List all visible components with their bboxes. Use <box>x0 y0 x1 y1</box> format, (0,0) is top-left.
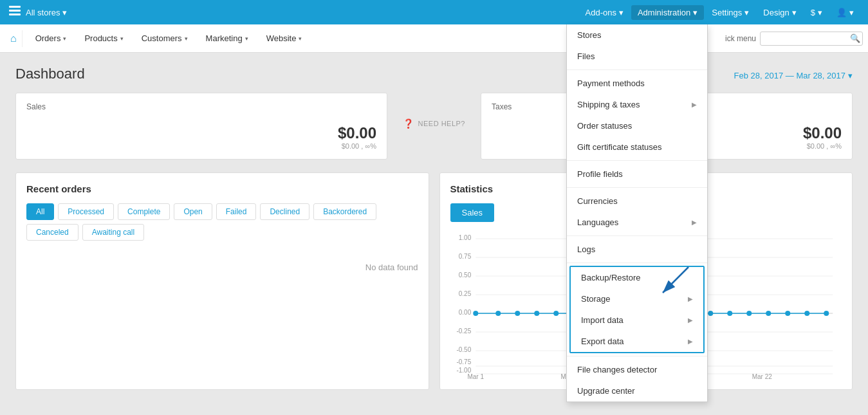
top-bar-left: All stores ▾ <box>8 4 67 21</box>
svg-point-35 <box>746 311 752 316</box>
date-range-caret-icon: ▾ <box>848 71 853 80</box>
svg-point-34 <box>727 311 732 316</box>
top-navigation-bar: All stores ▾ Add-ons ▾ Administration ▾ … <box>0 0 868 24</box>
recent-orders-title: Recent orders <box>26 183 418 194</box>
quick-menu-label: ick menu <box>725 34 756 43</box>
user-caret-icon: ▾ <box>849 8 854 17</box>
filter-processed-btn[interactable]: Processed <box>58 203 114 220</box>
website-nav-item[interactable]: Website ▾ <box>259 30 310 47</box>
dropdown-logs[interactable]: Logs <box>567 239 707 260</box>
dropdown-currencies[interactable]: Currencies <box>567 190 707 212</box>
products-nav-item[interactable]: Products ▾ <box>77 30 131 47</box>
svg-point-33 <box>708 311 713 316</box>
svg-point-36 <box>766 311 771 316</box>
secondary-navigation: ⌂ Orders ▾ Products ▾ Customers ▾ Market… <box>0 24 868 53</box>
date-range-picker[interactable]: Feb 28, 2017 — Mar 28, 2017 ▾ <box>734 71 853 80</box>
addons-caret-icon: ▾ <box>619 8 623 17</box>
sales-tab-btn[interactable]: Sales <box>450 203 495 222</box>
svg-text:Mar 22: Mar 22 <box>752 373 772 379</box>
dropdown-shipping-taxes[interactable]: Shipping & taxes ▶ <box>567 94 707 115</box>
design-menu-btn[interactable]: Design ▾ <box>757 5 802 20</box>
help-box[interactable]: ❓ NEED HELP? <box>403 118 465 129</box>
filter-awaiting-call-btn[interactable]: Awaiting call <box>82 224 144 241</box>
dropdown-import-data[interactable]: Import data ▶ <box>571 309 703 331</box>
quick-menu-area: ick menu 🔍 <box>725 32 863 46</box>
svg-rect-0 <box>9 6 21 8</box>
sales-card-title: Sales <box>26 102 376 111</box>
help-icon: ❓ <box>403 118 414 129</box>
dropdown-payment-methods[interactable]: Payment methods <box>567 73 707 94</box>
no-data-message: No data found <box>26 250 418 285</box>
storage-caret-icon: ▶ <box>688 295 693 302</box>
order-filter-buttons: All Processed Complete Open Failed Decli… <box>26 203 418 241</box>
dropdown-order-statuses[interactable]: Order statuses <box>567 115 707 136</box>
dropdown-divider-1 <box>567 69 707 70</box>
page-title: Dashboard <box>15 66 85 82</box>
dropdown-stores[interactable]: Stores <box>567 24 707 46</box>
svg-point-21 <box>473 311 478 316</box>
dropdown-profile-fields[interactable]: Profile fields <box>567 163 707 185</box>
dropdown-divider-3 <box>567 187 707 188</box>
dropdown-languages[interactable]: Languages ▶ <box>567 212 707 233</box>
top-bar-right: Add-ons ▾ Administration ▾ Settings ▾ De… <box>579 5 860 20</box>
svg-point-38 <box>804 311 809 316</box>
customers-nav-item[interactable]: Customers ▾ <box>134 30 196 47</box>
svg-text:0.75: 0.75 <box>458 253 471 260</box>
sales-card: Sales $0.00 $0.00 , ∞% <box>15 93 387 160</box>
dropdown-storage[interactable]: Storage ▶ <box>571 288 703 309</box>
svg-text:-0.75: -0.75 <box>456 358 471 365</box>
store-selector[interactable]: All stores ▾ <box>26 8 67 17</box>
dropdown-file-changes[interactable]: File changes detector <box>567 359 707 380</box>
dropdown-upgrade-center[interactable]: Upgrade center <box>567 380 707 401</box>
store-label: All stores <box>26 8 60 17</box>
dropdown-gift-cert-statuses[interactable]: Gift certificate statuses <box>567 136 707 158</box>
orders-caret-icon: ▾ <box>63 35 66 42</box>
administration-menu-btn[interactable]: Administration ▾ <box>631 5 704 20</box>
svg-text:-0.25: -0.25 <box>456 327 471 335</box>
filter-backordered-btn[interactable]: Backordered <box>313 203 376 220</box>
dropdown-export-data[interactable]: Export data ▶ <box>571 331 703 352</box>
currency-caret-icon: ▾ <box>818 8 822 17</box>
two-column-layout: Recent orders All Processed Complete Ope… <box>15 172 853 390</box>
dropdown-divider-6 <box>567 356 707 356</box>
dropdown-divider-4 <box>567 235 707 236</box>
svg-text:Mar 1: Mar 1 <box>467 373 484 379</box>
filter-open-btn[interactable]: Open <box>174 203 212 220</box>
orders-nav-item[interactable]: Orders ▾ <box>28 30 75 47</box>
filter-all-btn[interactable]: All <box>26 203 54 220</box>
svg-rect-2 <box>9 14 21 15</box>
currency-menu-btn[interactable]: $ ▾ <box>804 5 829 20</box>
search-input[interactable] <box>760 32 863 46</box>
website-caret-icon: ▾ <box>299 35 302 42</box>
addons-menu-btn[interactable]: Add-ons ▾ <box>579 5 630 20</box>
filter-canceled-btn[interactable]: Canceled <box>26 224 78 241</box>
administration-dropdown: Stores Files Payment methods Shipping & … <box>566 24 708 402</box>
marketing-nav-item[interactable]: Marketing ▾ <box>198 30 256 47</box>
search-icon[interactable]: 🔍 <box>850 33 860 43</box>
dropdown-files[interactable]: Files <box>567 46 707 67</box>
customers-caret-icon: ▾ <box>185 35 188 42</box>
filter-complete-btn[interactable]: Complete <box>118 203 170 220</box>
home-icon: ⌂ <box>10 33 17 44</box>
design-caret-icon: ▾ <box>792 8 797 17</box>
shipping-taxes-caret-icon: ▶ <box>692 101 697 108</box>
svg-point-37 <box>785 311 790 316</box>
logo-icon <box>8 4 22 21</box>
recent-orders-panel: Recent orders All Processed Complete Ope… <box>15 172 429 390</box>
settings-menu-btn[interactable]: Settings ▾ <box>705 5 755 20</box>
svg-text:0.00: 0.00 <box>458 309 471 316</box>
svg-point-22 <box>495 311 501 316</box>
svg-text:0.50: 0.50 <box>458 272 471 279</box>
svg-point-23 <box>515 311 520 316</box>
home-button[interactable]: ⌂ <box>5 30 23 47</box>
filter-failed-btn[interactable]: Failed <box>216 203 257 220</box>
dropdown-backup-restore[interactable]: Backup/Restore <box>571 267 703 288</box>
dropdown-divider-2 <box>567 160 707 161</box>
settings-caret-icon: ▾ <box>744 8 749 17</box>
filter-declined-btn[interactable]: Declined <box>260 203 309 220</box>
store-caret-icon: ▾ <box>62 8 67 17</box>
sales-card-sub: $0.00 , ∞% <box>26 142 376 150</box>
import-data-caret-icon: ▶ <box>688 317 693 324</box>
svg-point-39 <box>824 311 829 316</box>
user-menu-btn[interactable]: 👤 ▾ <box>830 5 860 20</box>
